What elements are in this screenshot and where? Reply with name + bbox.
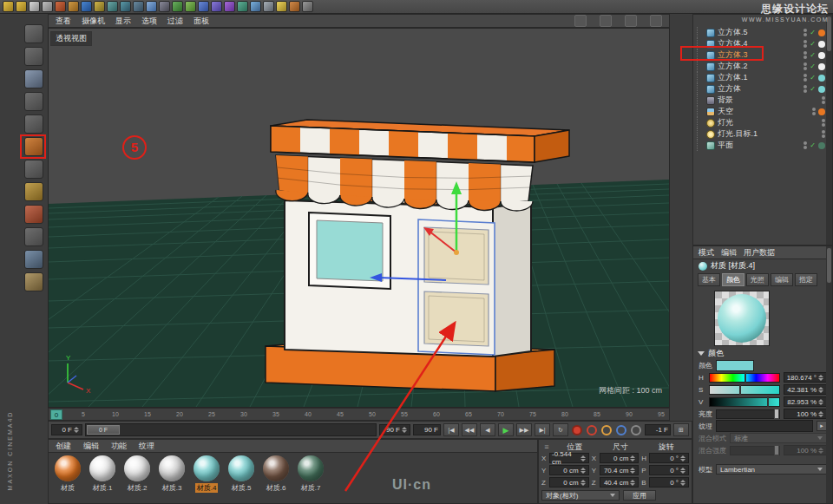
saturation-slider[interactable] [709, 385, 780, 395]
autokey-button[interactable] [587, 425, 597, 435]
size-x-field[interactable]: 0 cm [600, 453, 640, 463]
material-sphere[interactable] [228, 455, 254, 481]
object-row[interactable]: 背景 [693, 95, 832, 106]
attribute-manager-scrollbar[interactable] [826, 246, 832, 503]
enable-check[interactable]: ✓ [810, 85, 816, 93]
texture-field[interactable] [716, 420, 813, 432]
menu-options[interactable]: 选项 [141, 16, 157, 27]
mix-mode-dropdown[interactable]: 标准 [730, 433, 827, 443]
tab-assign[interactable]: 指定 [795, 273, 817, 286]
color-swatch[interactable] [716, 360, 754, 371]
scale-icon[interactable] [68, 1, 79, 12]
material-swatch[interactable]: 材质.2 [121, 455, 153, 493]
material-preview[interactable] [714, 291, 770, 346]
subdivision-surface-icon[interactable] [172, 1, 183, 12]
current-frame-field[interactable]: 0 F [51, 424, 82, 435]
menu-function[interactable]: 功能 [111, 441, 127, 452]
visibility-dots[interactable] [803, 62, 807, 70]
camera-icon[interactable] [263, 1, 274, 12]
scale-tool-icon[interactable] [24, 227, 43, 246]
brightness-field[interactable]: 100 % [784, 409, 827, 419]
points-mode-icon[interactable] [24, 92, 43, 111]
object-row-selected[interactable]: 立方体.3✓ [693, 49, 832, 61]
model-mode-icon[interactable] [24, 47, 43, 66]
rotate-view-icon[interactable] [625, 15, 637, 27]
array-icon[interactable] [198, 1, 209, 12]
frame-offset-field[interactable]: -1 F [645, 424, 671, 435]
material-swatch[interactable]: 材质 [52, 455, 83, 493]
coordinate-system-icon[interactable] [94, 1, 105, 12]
viewport-3d-scene[interactable]: Y X [49, 29, 669, 407]
object-row[interactable]: 灯光 [693, 117, 832, 128]
material-swatch[interactable]: 材质.3 [156, 455, 187, 493]
value-slider[interactable] [709, 397, 780, 407]
maximize-view-icon[interactable] [650, 15, 662, 27]
spline-pen-icon[interactable] [159, 1, 170, 12]
visibility-dots[interactable] [803, 141, 807, 149]
material-chip[interactable] [818, 86, 825, 93]
boole-icon[interactable] [211, 1, 222, 12]
polygons-mode-icon[interactable] [24, 160, 43, 179]
object-row[interactable]: 立方体.2✓ [693, 61, 832, 72]
material-chip[interactable] [818, 63, 825, 70]
enable-check[interactable]: ✓ [810, 74, 816, 82]
material-sphere[interactable] [263, 455, 289, 481]
menu-mode[interactable]: 模式 [699, 247, 714, 259]
material-sphere[interactable] [124, 455, 150, 481]
rotation-b-field[interactable]: 0 ° [649, 477, 689, 488]
mix-strength-slider[interactable] [730, 446, 780, 455]
menu-create[interactable]: 创建 [56, 441, 71, 452]
visibility-dots[interactable] [803, 40, 807, 48]
tab-basic[interactable]: 基本 [698, 273, 720, 286]
goto-start-button[interactable]: |◀ [443, 423, 459, 436]
enable-check[interactable]: ✓ [810, 40, 816, 48]
redo-icon[interactable] [16, 1, 27, 12]
layers-icon[interactable] [302, 1, 313, 12]
extrude-nurbs-icon[interactable] [185, 1, 196, 12]
menu-view[interactable]: 查看 [56, 16, 71, 27]
bend-deformer-icon[interactable] [224, 1, 235, 12]
apply-button[interactable]: 应用 [623, 490, 656, 501]
record-rotation-button[interactable] [631, 425, 641, 435]
position-x-field[interactable]: -0.544 cm [549, 453, 589, 463]
material-sphere[interactable] [89, 455, 115, 481]
object-row[interactable]: 立方体.4✓ [693, 38, 832, 49]
material-chip[interactable] [818, 29, 825, 36]
visibility-dots[interactable] [803, 85, 807, 93]
visibility-dots[interactable] [822, 119, 825, 127]
goto-end-button[interactable]: ▶| [535, 423, 550, 436]
size-z-field[interactable]: 40.4 cm [600, 477, 640, 488]
position-z-field[interactable]: 0 cm [549, 477, 589, 488]
material-icon[interactable] [289, 1, 300, 12]
render-view-icon[interactable] [107, 1, 118, 12]
rotate-tool-icon[interactable] [24, 250, 43, 269]
end-frame-field-2[interactable]: 90 F [413, 424, 441, 435]
record-keyframe-button[interactable] [572, 425, 582, 435]
visibility-dots[interactable] [803, 74, 807, 82]
shading-model-dropdown[interactable]: Lambertian [716, 464, 827, 475]
menu-texture[interactable]: 纹理 [139, 441, 154, 452]
collapse-triangle-icon[interactable] [698, 351, 705, 356]
rotate-icon[interactable] [81, 1, 92, 12]
menu-display[interactable]: 显示 [115, 16, 131, 27]
floor-icon[interactable] [237, 1, 248, 12]
edges-mode-icon[interactable] [24, 115, 43, 134]
cube-primitive-icon[interactable] [146, 1, 157, 12]
material-sphere[interactable] [193, 455, 220, 481]
object-row[interactable]: 立方体.1✓ [693, 72, 832, 83]
live-selection-icon[interactable] [42, 1, 53, 12]
enable-check[interactable]: ✓ [810, 51, 816, 59]
material-swatch[interactable]: 材质.6 [260, 455, 292, 493]
value-field[interactable]: 82.953 % [784, 396, 827, 407]
visibility-dots[interactable] [803, 29, 807, 36]
axis-mode-icon[interactable] [24, 182, 43, 201]
coordinate-mode-dropdown[interactable]: 对象(相对) [541, 490, 620, 501]
object-manager-scrollbar[interactable] [826, 15, 832, 245]
timeline-options-button[interactable]: ⊞ [673, 423, 689, 436]
cube-tool-icon[interactable] [24, 137, 43, 156]
menu-userdata[interactable]: 用户数据 [744, 247, 775, 259]
hue-field[interactable]: 180.674 ° [784, 372, 827, 383]
sky-icon[interactable] [250, 1, 261, 12]
make-editable-icon[interactable] [24, 24, 43, 43]
object-row[interactable]: 平面✓ [693, 140, 832, 151]
